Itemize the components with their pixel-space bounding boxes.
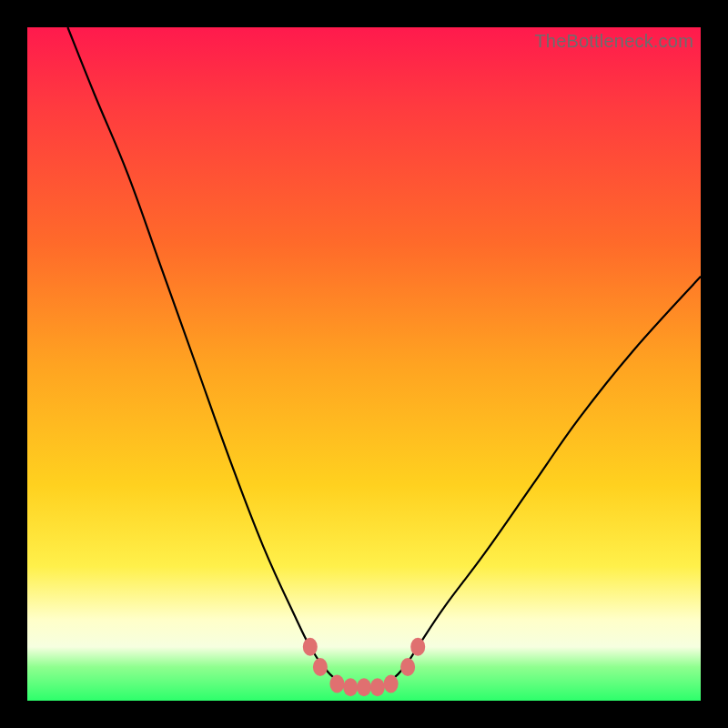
curve-svg xyxy=(27,27,701,701)
curve-marker xyxy=(357,678,371,696)
curve-marker xyxy=(329,675,344,693)
plot-area: TheBottleneck.com xyxy=(27,27,701,701)
curve-marker xyxy=(370,678,385,696)
curve-marker xyxy=(303,638,318,656)
curve-markers xyxy=(303,638,425,696)
curve-marker xyxy=(343,678,358,696)
curve-marker xyxy=(313,658,328,676)
curve-marker xyxy=(400,658,415,676)
bottleneck-curve xyxy=(67,27,701,688)
curve-marker xyxy=(384,675,399,693)
curve-marker xyxy=(410,638,425,656)
chart-frame: TheBottleneck.com xyxy=(0,0,728,728)
watermark-text: TheBottleneck.com xyxy=(534,31,693,52)
